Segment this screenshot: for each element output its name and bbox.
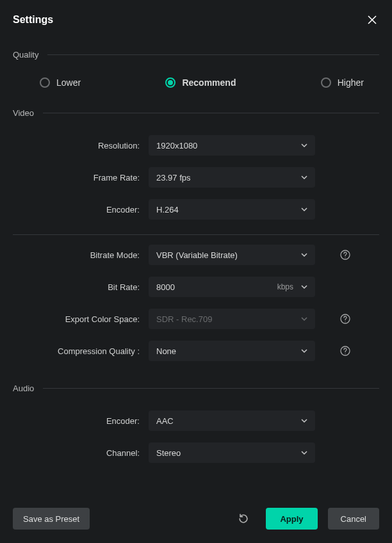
radio-icon	[165, 77, 176, 88]
quality-label-higher: Higher	[338, 77, 364, 88]
section-quality: Quality	[13, 50, 379, 60]
help-button-compression[interactable]	[339, 345, 351, 357]
chevron-down-icon	[301, 174, 307, 181]
help-icon	[340, 250, 350, 260]
chevron-down-icon	[301, 284, 307, 290]
compression-label: Compression Quality :	[13, 346, 149, 356]
radio-icon	[321, 77, 331, 88]
bitrate-unit: kbps	[277, 282, 293, 291]
divider	[43, 113, 379, 113]
colorspace-dropdown: SDR - Rec.709	[149, 309, 315, 329]
audio-encoder-label: Encoder:	[13, 416, 149, 426]
section-video: Video	[13, 108, 379, 118]
audio-encoder-value: AAC	[156, 416, 174, 426]
header: Settings	[0, 0, 392, 27]
section-label-audio: Audio	[13, 384, 34, 393]
help-icon	[340, 314, 350, 324]
chevron-down-icon	[301, 206, 307, 213]
help-icon	[340, 346, 350, 356]
page-title: Settings	[13, 14, 53, 26]
colorspace-label: Export Color Space:	[13, 314, 149, 324]
quality-option-higher[interactable]: Higher	[321, 77, 364, 88]
chevron-down-icon	[301, 450, 307, 456]
section-audio: Audio	[13, 384, 379, 393]
svg-point-3	[345, 257, 345, 257]
reset-icon	[238, 513, 249, 524]
channel-value: Stereo	[156, 448, 181, 458]
channel-label: Channel:	[13, 448, 149, 458]
resolution-value: 1920x1080	[156, 141, 197, 150]
quality-radio-group: Lower Recommend Higher	[13, 71, 379, 92]
divider	[47, 54, 379, 55]
bitrate-mode-label: Bitrate Mode:	[13, 250, 149, 260]
quality-label-recommend: Recommend	[182, 77, 236, 88]
divider	[13, 234, 379, 235]
help-button-colorspace[interactable]	[339, 313, 351, 325]
cancel-button[interactable]: Cancel	[328, 508, 379, 530]
svg-point-5	[345, 321, 345, 321]
radio-icon	[40, 77, 50, 88]
quality-option-lower[interactable]: Lower	[40, 77, 81, 88]
chevron-down-icon	[301, 348, 307, 354]
chevron-down-icon	[301, 142, 307, 149]
bitrate-label: Bit Rate:	[13, 282, 149, 292]
channel-dropdown[interactable]: Stereo	[149, 442, 315, 463]
bitrate-mode-dropdown[interactable]: VBR (Variable Bitrate)	[149, 245, 315, 265]
framerate-dropdown[interactable]: 23.97 fps	[149, 167, 315, 188]
video-encoder-label: Encoder:	[13, 205, 149, 215]
chevron-down-icon	[301, 316, 307, 322]
save-preset-button[interactable]: Save as Preset	[13, 508, 90, 530]
help-button-bitrate-mode[interactable]	[339, 249, 351, 261]
compression-value: None	[156, 346, 176, 356]
chevron-down-icon	[301, 252, 307, 258]
quality-label-lower: Lower	[56, 77, 81, 88]
apply-button[interactable]: Apply	[266, 508, 317, 530]
reset-button[interactable]	[234, 509, 253, 528]
section-label-video: Video	[13, 108, 34, 118]
svg-point-7	[345, 353, 345, 353]
video-encoder-dropdown[interactable]: H.264	[149, 199, 315, 220]
resolution-dropdown[interactable]: 1920x1080	[149, 135, 315, 156]
bitrate-dropdown[interactable]: 8000 kbps	[149, 277, 315, 297]
quality-option-recommend[interactable]: Recommend	[165, 77, 236, 88]
audio-encoder-dropdown[interactable]: AAC	[149, 410, 315, 431]
chevron-down-icon	[301, 417, 307, 424]
video-encoder-value: H.264	[156, 205, 179, 215]
section-label-quality: Quality	[13, 50, 38, 60]
compression-dropdown[interactable]: None	[149, 341, 315, 361]
bitrate-mode-value: VBR (Variable Bitrate)	[156, 250, 238, 260]
bitrate-value: 8000	[156, 282, 175, 292]
framerate-value: 23.97 fps	[156, 173, 191, 182]
resolution-label: Resolution:	[13, 141, 149, 150]
colorspace-value: SDR - Rec.709	[156, 314, 212, 324]
framerate-label: Frame Rate:	[13, 173, 149, 182]
divider	[43, 388, 379, 389]
close-button[interactable]	[365, 13, 379, 27]
close-icon	[368, 15, 377, 24]
footer: Save as Preset Apply Cancel	[0, 494, 392, 543]
